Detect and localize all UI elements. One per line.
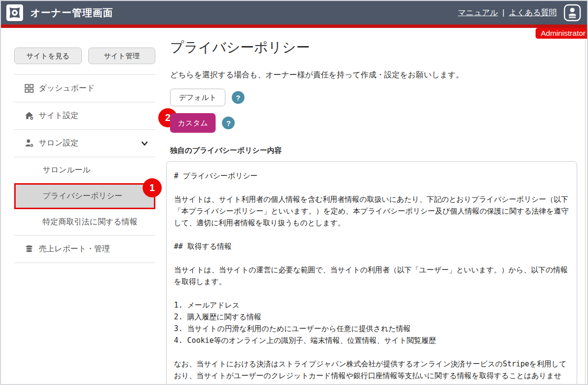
header-accent-line bbox=[1, 24, 587, 28]
content-area: サイトを見る サイト管理 ダッシュボード bbox=[1, 28, 587, 385]
policy-content-heading: 独自のプライバシーポリシー内容 bbox=[170, 146, 577, 155]
app-logo-icon bbox=[6, 4, 24, 22]
page-description: どちらを選択する場合も、オーナー様が責任を持って作成・設定をお願いします。 bbox=[170, 70, 577, 80]
sidebar-divider bbox=[14, 263, 155, 263]
sidebar-item-label: サロン設定 bbox=[39, 138, 78, 148]
user-avatar-icon[interactable] bbox=[564, 4, 581, 22]
help-icon[interactable]: ? bbox=[232, 91, 245, 104]
app-title: オーナー管理画面 bbox=[30, 6, 113, 20]
sidebar-item-sales-report[interactable]: 売上レポート・管理 bbox=[14, 235, 155, 263]
main-content: プライバシーポリシー どちらを選択する場合も、オーナー様が責任を持って作成・設定… bbox=[166, 28, 588, 385]
page-right-border bbox=[585, 40, 586, 384]
default-button[interactable]: デフォルト bbox=[170, 89, 225, 106]
page-title: プライバシーポリシー bbox=[170, 38, 577, 57]
callout-badge-1: 1 bbox=[143, 178, 162, 197]
person-gear-icon bbox=[24, 139, 34, 148]
sidebar-item-label: サロンルール bbox=[43, 166, 91, 174]
coins-icon bbox=[24, 244, 34, 254]
sidebar-nav: ダッシュボード サイト設定 bbox=[14, 74, 155, 263]
site-manage-button[interactable]: サイト管理 bbox=[88, 48, 156, 64]
header-link-separator: | bbox=[502, 8, 504, 17]
custom-button[interactable]: カスタム bbox=[170, 113, 216, 133]
help-icon[interactable]: ? bbox=[222, 117, 235, 129]
sidebar-item-salon-rules[interactable]: サロンルール bbox=[14, 157, 155, 183]
faq-link[interactable]: よくある質問 bbox=[509, 8, 557, 18]
view-site-button[interactable]: サイトを見る bbox=[14, 48, 82, 64]
sidebar-item-label: 売上レポート・管理 bbox=[39, 244, 110, 254]
sidebar: サイトを見る サイト管理 ダッシュボード bbox=[1, 28, 166, 385]
sidebar-item-label: ダッシュボード bbox=[39, 83, 95, 94]
sidebar-item-site-settings[interactable]: サイト設定 bbox=[14, 102, 155, 129]
sidebar-item-label: 特定商取引法に関する情報 bbox=[43, 217, 137, 226]
app-window: オーナー管理画面 マニュアル | よくある質問 Administrator サイ… bbox=[0, 0, 588, 385]
sidebar-item-label: サイト設定 bbox=[39, 111, 78, 121]
app-header: オーナー管理画面 マニュアル | よくある質問 bbox=[1, 1, 587, 24]
default-option-row: デフォルト ? bbox=[170, 89, 577, 106]
administrator-badge: Administrator bbox=[536, 28, 588, 39]
sidebar-item-tokushoho[interactable]: 特定商取引法に関する情報 bbox=[14, 209, 155, 235]
sidebar-item-privacy-policy[interactable]: プライバシーポリシー 1 bbox=[14, 183, 155, 209]
policy-content-textarea[interactable]: # プライバシーポリシー 当サイトは、サイト利用者の個人情報を含む利用者情報の取… bbox=[166, 161, 577, 385]
sidebar-top-buttons: サイトを見る サイト管理 bbox=[14, 48, 155, 64]
sidebar-item-dashboard[interactable]: ダッシュボード bbox=[14, 74, 155, 102]
manual-link[interactable]: マニュアル bbox=[458, 8, 498, 18]
chevron-down-icon[interactable] bbox=[141, 140, 148, 147]
custom-option-row: 2 カスタム ? bbox=[170, 113, 577, 133]
sidebar-item-label: プライバシーポリシー bbox=[43, 192, 122, 200]
house-gear-icon bbox=[24, 111, 34, 120]
sidebar-item-salon-settings[interactable]: サロン設定 bbox=[14, 129, 155, 157]
dashboard-icon bbox=[24, 84, 34, 93]
